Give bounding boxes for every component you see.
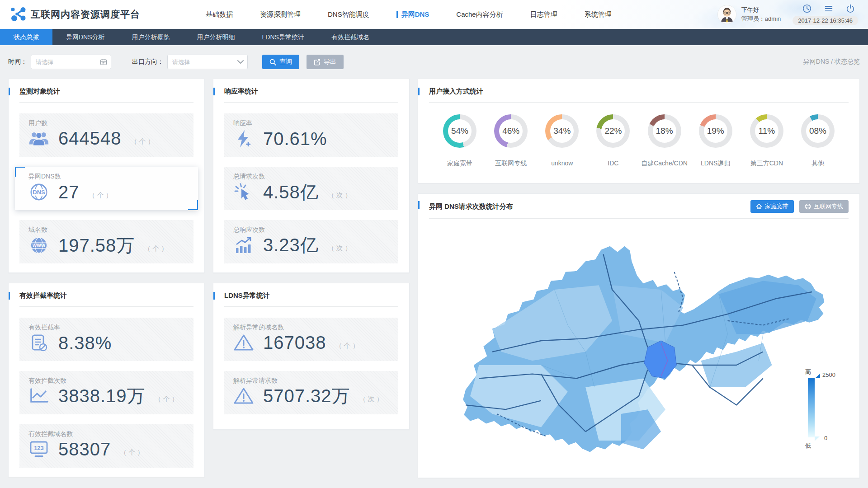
- app-title: 互联网内容资源调度平台: [31, 8, 140, 21]
- card-response-stats: 响应率统计 响应率 70.61%: [213, 79, 410, 273]
- donut-idc: 22% IDC: [590, 114, 637, 168]
- search-icon: [269, 59, 276, 66]
- admin-label: 管理员：admin: [741, 14, 781, 23]
- logo-area[interactable]: 互联网内容资源调度平台: [10, 6, 140, 23]
- nav-item-log-management[interactable]: 日志管理: [517, 0, 571, 29]
- stat-tile-total-responses: 总响应次数 3.23亿 （次）: [224, 220, 398, 263]
- card-title: 有效拦截率统计: [19, 291, 193, 300]
- direction-select[interactable]: [167, 55, 248, 69]
- datetime-display: 2017-12-22 16:35:46: [793, 16, 858, 25]
- card-title: 响应率统计: [224, 87, 398, 96]
- chevron-down-icon[interactable]: [237, 60, 244, 64]
- donut-internet-line: 46% 互联网专线: [487, 114, 534, 168]
- stat-tile-intercept-rate: 有效拦截率 8.38%: [19, 318, 193, 361]
- stat-tile-abnormal-requests: 解析异常请求数 5707.32万 （次）: [224, 371, 398, 414]
- donut-other: 08% 其他: [794, 114, 841, 168]
- donut-row: 54% 家庭宽带 46% 互联网专线 34% unknow 22% IDC: [418, 103, 859, 168]
- legend-high-label: 高: [805, 368, 811, 376]
- avatar[interactable]: [718, 5, 736, 23]
- monitor-123-icon: 123: [28, 440, 49, 458]
- ring-chart: 18%: [648, 114, 681, 148]
- top-nav: 基础数据 资源探测管理 DNS智能调度 异网DNS Cache内容分析 日志管理…: [192, 0, 625, 29]
- tab-status-overview[interactable]: 状态总揽: [0, 29, 52, 45]
- donut-ldns-recursive: 19% LDNS递归: [692, 114, 739, 168]
- calendar-icon[interactable]: [100, 58, 107, 66]
- map-toggle-home-broadband[interactable]: 家庭宽带: [750, 200, 794, 213]
- nav-item-basic-data[interactable]: 基础数据: [192, 0, 246, 29]
- tab-user-overview[interactable]: 用户分析概览: [118, 29, 184, 45]
- main-content: 监测对象统计 用户数 644548 （个）: [0, 79, 868, 478]
- tab-user-detail[interactable]: 用户分析明细: [184, 29, 249, 45]
- donut-thirdparty-cdn: 11% 第三方CDN: [743, 114, 790, 168]
- tab-intercept-domains[interactable]: 有效拦截域名: [318, 29, 383, 45]
- ring-chart: 22%: [596, 114, 630, 148]
- time-label: 时间：: [8, 58, 27, 66]
- card-monitor-objects: 监测对象统计 用户数 644548 （个）: [8, 79, 205, 273]
- stat-tile-users: 用户数 644548 （个）: [19, 113, 193, 157]
- stat-tile-abnormal-domains: 解析异常的域名数 167038 （个）: [224, 318, 398, 361]
- users-icon: [28, 130, 49, 146]
- chart-rise-icon: [233, 236, 254, 254]
- legend-max-value: 2500: [822, 371, 835, 378]
- legend-low-label: 低: [805, 442, 811, 450]
- export-button[interactable]: 导出: [307, 55, 344, 69]
- ring-chart: 11%: [750, 114, 783, 148]
- card-title: LDNS异常统计: [224, 291, 398, 300]
- donut-unknow: 34% unknow: [538, 114, 585, 168]
- legend-min-value: 0: [824, 435, 827, 441]
- card-title: 用户接入方式统计: [429, 87, 849, 96]
- choropleth-map[interactable]: 高 2500 0 低: [418, 219, 859, 466]
- donut-self-cache-cdn: 18% 自建Cache/CDN: [641, 114, 688, 168]
- nav-item-cache-analysis[interactable]: Cache内容分析: [443, 0, 516, 29]
- clock-icon[interactable]: [802, 4, 812, 14]
- donut-home-broadband: 54% 家庭宽带: [436, 114, 483, 168]
- svg-text:123: 123: [34, 445, 44, 451]
- svg-text:DNS: DNS: [33, 189, 45, 196]
- card-access-methods: 用户接入方式统计 54% 家庭宽带 46% 互联网专线 34% unknow: [418, 79, 860, 183]
- nav-item-other-network-dns[interactable]: 异网DNS: [383, 0, 443, 29]
- menu-list-icon[interactable]: [824, 4, 834, 14]
- ring-chart: 08%: [801, 114, 835, 148]
- map-legend: 高 2500 0 低: [805, 368, 844, 450]
- app-root: 互联网内容资源调度平台 基础数据 资源探测管理 DNS智能调度 异网DNS Ca…: [0, 0, 868, 478]
- card-dns-distribution-map: 异网 DNS请求次数统计分布 家庭宽带 互联网专线: [418, 193, 860, 478]
- greeting-block: 下午好 管理员：admin: [741, 5, 781, 23]
- click-icon: [233, 183, 254, 202]
- www-globe-icon: WWW: [28, 236, 49, 255]
- query-button[interactable]: 查询: [262, 55, 299, 69]
- dns-globe-icon: DNS: [28, 183, 49, 202]
- sub-nav: 状态总揽 异网DNS分析 用户分析概览 用户分析明细 LDNS异常统计 有效拦截…: [0, 29, 868, 45]
- nav-item-dns-scheduling[interactable]: DNS智能调度: [314, 0, 383, 29]
- tab-ldns-abnormal[interactable]: LDNS异常统计: [249, 29, 318, 45]
- stat-tile-dns-count[interactable]: 异网DNS数 DNS 27 （个）: [15, 167, 198, 210]
- stat-tile-domains: 域名数 WWW 197.58万 （个）: [19, 220, 193, 263]
- user-area: 下午好 管理员：admin 2017-12-22 16:35:46: [718, 4, 858, 25]
- ring-chart: 54%: [443, 114, 476, 148]
- app-header: 互联网内容资源调度平台 基础数据 资源探测管理 DNS智能调度 异网DNS Ca…: [0, 0, 868, 29]
- card-intercept-stats: 有效拦截率统计 有效拦截率 8.38%: [8, 283, 205, 477]
- browser-e-icon: [805, 203, 811, 210]
- nav-item-system-management[interactable]: 系统管理: [571, 0, 625, 29]
- app-logo-icon: [10, 6, 26, 23]
- tab-dns-analysis[interactable]: 异网DNS分析: [52, 29, 118, 45]
- legend-gradient-bar: [808, 378, 815, 437]
- nav-item-resource-probe[interactable]: 资源探测管理: [246, 0, 314, 29]
- export-icon: [314, 59, 321, 66]
- breadcrumb: 异网DNS / 状态总览: [803, 58, 860, 66]
- greeting-text: 下午好: [741, 5, 781, 14]
- map-toggle-internet-line[interactable]: 互联网专线: [799, 200, 849, 213]
- legend-max-marker: [815, 374, 820, 378]
- time-input[interactable]: [31, 55, 111, 69]
- stat-tile-intercept-count: 有效拦截次数 3838.19万 （个）: [19, 371, 193, 414]
- svg-text:WWW: WWW: [33, 243, 46, 248]
- stat-tile-response-rate: 响应率 70.61%: [224, 113, 398, 157]
- card-title: 异网 DNS请求次数统计分布: [429, 202, 513, 211]
- shandong-map-svg: [451, 219, 826, 463]
- ring-chart: 46%: [494, 114, 528, 148]
- stat-tile-total-requests: 总请求次数 4.58亿 （次）: [224, 167, 398, 210]
- stat-tile-intercept-domains: 有效拦截域名数 123 58307 （个）: [19, 424, 193, 468]
- ring-chart: 19%: [699, 114, 732, 148]
- filter-bar: 时间： 出口方向： 查询 导出 异网DNS / 状态总览: [0, 45, 868, 79]
- doc-block-icon: [28, 333, 49, 352]
- power-icon[interactable]: [845, 4, 855, 14]
